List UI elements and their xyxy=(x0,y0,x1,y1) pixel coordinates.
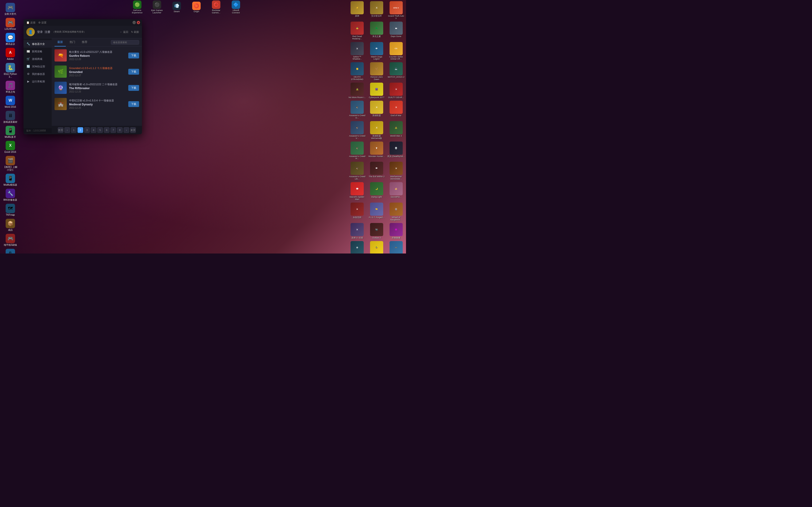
sidebar-item-all-trainers[interactable]: 🔧 修改器大全 xyxy=(23,40,52,48)
right-icon-gta[interactable]: GTA V Grand Theft Auto V xyxy=(387,0,406,20)
gunfire-download-btn[interactable]: 下载 xyxy=(128,53,139,58)
right-icon-wwz[interactable]: 🧟 World War Z xyxy=(387,120,406,140)
desktop-icon-recorder[interactable]: 🎙 金舟电脑录音软件 xyxy=(1,248,20,253)
right-icon-godofwar[interactable]: ⚔ God of War xyxy=(387,100,406,120)
minimize-button[interactable]: — xyxy=(133,21,136,24)
desktop-icon-mumu[interactable]: 📱 MuMu多开 xyxy=(1,125,20,139)
right-icon-evilwithin2[interactable]: 👁 The Evil Within 2 xyxy=(367,161,386,181)
right-icon-yaomei[interactable]: 😈 邪魅魅魔 xyxy=(387,222,406,240)
desktop-icon-mumu2[interactable]: 📱 MuMu模拟器 xyxy=(1,173,20,187)
desktop-icon-recommend[interactable]: 🎬 【推荐】上帧 小宝仁 xyxy=(1,155,20,172)
right-icon-lol[interactable]: ⚔ 英雄联盟 xyxy=(367,100,386,120)
desktop-icon-trainer[interactable]: 🔧 8KK存修改器 xyxy=(1,188,20,202)
mod-item-medieval[interactable]: 🏰 中世纪王朝 v1.0-v1.5.0.4 十一项修改器 Medieval Dy… xyxy=(52,96,142,112)
right-icon-dongbei[interactable]: 🌲 东北之夏 xyxy=(367,21,386,41)
desktop-icon-idle[interactable]: 🐍 IDLE Python 3... xyxy=(1,62,20,79)
taskbar-steam[interactable]: 💨 Steam xyxy=(169,2,184,13)
right-icon-csgo[interactable]: CS Counter-Strike Global Off... xyxy=(387,41,406,61)
page-4-btn[interactable]: 4 xyxy=(91,127,96,133)
page-2-btn[interactable]: 2 xyxy=(78,127,83,133)
login-link[interactable]: 登录 xyxy=(37,30,43,34)
grounded-download-btn[interactable]: 下载 xyxy=(128,69,139,75)
right-icon-yuanshen[interactable]: ⚡ 原神 xyxy=(348,0,367,20)
feedback-button[interactable]: 📋 反馈 xyxy=(26,21,36,24)
taskbar-epicgames[interactable]: ⚫ Epic Games Launcher xyxy=(149,0,164,14)
desktop-icon-desktop-material[interactable]: 🖥 游戏桌面素材 xyxy=(1,110,20,124)
right-icon-watchdogs-legion[interactable]: 👁 Watch Dogs Legion xyxy=(367,41,386,61)
page-3-btn[interactable]: 3 xyxy=(84,127,90,133)
tab-hot[interactable]: 热门 xyxy=(67,38,78,47)
desktop-icon-qinz[interactable]: 🎵 琴羌之纯 xyxy=(1,80,20,94)
right-icon-eldenring[interactable]: ⚔ 艾尔登法环 xyxy=(367,0,386,20)
right-icon-sekiro[interactable]: ⚔ Sekiro™ Shadow... xyxy=(348,41,367,61)
settings-button[interactable]: ⚙ 设置 xyxy=(38,21,47,24)
sidebar-item-store[interactable]: 🛒 游戏商城 xyxy=(23,55,52,63)
right-icon-secretpie[interactable]: 🥧 SecretPie... xyxy=(387,181,406,202)
search-input[interactable] xyxy=(111,40,139,45)
tab-recommended[interactable]: 推荐 xyxy=(79,38,90,47)
page-next-btn[interactable]: › xyxy=(123,127,129,133)
right-icon-warhammer[interactable]: ⚔ Warhammer Vermintide... xyxy=(387,161,406,181)
right-icon-dyinglight[interactable]: 🌙 Dying Light xyxy=(367,181,386,202)
sidebar-item-news[interactable]: 📰 新闻攻略 xyxy=(23,48,52,55)
right-icon-warframe[interactable]: ⚙ Warframe xyxy=(348,240,367,253)
right-icon-fist[interactable]: 🤜 F.I.S.T. Forged... xyxy=(367,202,386,222)
page-6-btn[interactable]: 6 xyxy=(104,127,109,133)
right-icon-guiltygear[interactable]: ⚔ GUILTY GEAR... xyxy=(387,82,406,100)
right-icon-deathstranding[interactable]: 👶 DEATH STRANDING xyxy=(348,61,367,81)
right-icon-daysgone[interactable]: 🏍 Days Gone xyxy=(387,21,406,41)
right-icon-deathly[interactable]: 💀 死光 (DeathlyStil... xyxy=(387,141,406,161)
taskbar-ubisoft[interactable]: 🔷 Ubisoft Connect xyxy=(229,0,243,14)
desktop-icon-tencent[interactable]: 💬 腾讯会议 xyxy=(1,32,20,47)
desktop-icon-chengpin[interactable]: 📦 成品 xyxy=(1,218,20,232)
right-icon-lol-wegame[interactable]: ⚔ 英雄联盟 WeGame版 xyxy=(367,120,386,140)
sidebar-item-my-trainers[interactable]: ⚙ 我的修改器 xyxy=(23,70,52,78)
page-8-btn[interactable]: 8 xyxy=(117,127,123,133)
riftbreaker-download-btn[interactable]: 下载 xyxy=(128,85,139,91)
right-icon-goose[interactable]: 🦆 Goose Goose Duck xyxy=(367,240,386,253)
desktop-icon-lolh[interactable]: 🎮 LOLHFexe xyxy=(1,17,20,32)
right-icon-cyberpunk[interactable]: 🌆 Cyberpunk 2077 xyxy=(367,82,386,100)
taskbar-geforcexp[interactable]: 🟢 GeForce Experience xyxy=(130,0,145,14)
sidebar-item-3dm[interactable]: 🔄 3DM自运营 xyxy=(23,63,52,70)
taskbar-origin[interactable]: ⭕ Origin xyxy=(189,2,204,13)
right-icon-acod[interactable]: 🦅 Assassin's Creed O... xyxy=(348,100,367,120)
right-icon-aclib[interactable]: 🦅 Assassin's Creed Lib... xyxy=(348,161,367,181)
desktop-icon-tkfmap[interactable]: 🗺 TKFmap xyxy=(1,203,20,217)
register-link[interactable]: 注册 xyxy=(45,30,50,34)
page-5-btn[interactable]: 5 xyxy=(97,127,103,133)
desktop-icon-yw[interactable]: 🎮 业务大世代 xyxy=(1,2,20,16)
right-icon-outlast2[interactable]: 📷 Outlast 2 xyxy=(367,222,386,240)
page-prev-btn[interactable]: ‹ xyxy=(64,127,70,133)
right-icon-nomoreroom[interactable]: 🧟 No More Room i... xyxy=(348,82,367,100)
right-icon-acv[interactable]: 🦅 Assassin's Creed V... xyxy=(348,120,367,140)
page-7-btn[interactable]: 7 xyxy=(110,127,116,133)
desktop-icon-word[interactable]: W Word 2016 xyxy=(1,95,20,109)
mod-item-gunfire[interactable]: 🔫 枪火重生 v1.0-v20221227 八项修改器 Gunfire Rebo… xyxy=(52,47,142,64)
right-icon-ac3[interactable]: 🦅 Assassin's Creed III... xyxy=(348,141,367,161)
right-icon-mhw[interactable]: 🗡 Monster Hunter... xyxy=(367,141,386,161)
page-first-btn[interactable]: 首页 xyxy=(58,127,63,133)
right-icon-tarkov[interactable]: 🎮 泡夫克拉行动 xyxy=(387,240,406,253)
page-last-btn[interactable]: 末页 xyxy=(130,127,136,133)
desktop-icon-adobe[interactable]: A Adobe xyxy=(1,47,20,61)
right-icon-rdr[interactable]: 🤠 Red Dead Redemp... xyxy=(348,21,367,41)
right-icon-wd2[interactable]: 💻 WATCH_DOGS 2 xyxy=(387,61,406,81)
right-icon-spiderman[interactable]: 🕷 Marvel's Spider-Man xyxy=(348,181,367,202)
desktop-icon-excel[interactable]: X Excel 2016 xyxy=(1,140,20,155)
mod-item-grounded[interactable]: 🌿 Grounded v1.0.5-v1.1.2 十八项修改器 Grounded… xyxy=(52,64,142,80)
right-icon-witcher3[interactable]: ⚔ 巫师 3: 狂猎 xyxy=(348,222,367,240)
tab-latest[interactable]: 最新 xyxy=(54,38,66,47)
right-icon-horizon[interactable]: 🏹 Horizon Zero Dawn xyxy=(367,61,386,81)
refresh-button[interactable]: ↻ 刷新 xyxy=(131,30,139,34)
right-icon-wheel[interactable]: 🎡 Wheel of Naughtine... xyxy=(387,202,406,222)
desktop-icon-h5money[interactable]: 🎮 地平线5刷钱 xyxy=(1,233,20,247)
back-button[interactable]: ← 返回 xyxy=(120,30,128,34)
medieval-download-btn[interactable]: 下载 xyxy=(128,101,139,107)
close-button[interactable]: ✕ xyxy=(137,21,140,24)
page-1-btn[interactable]: 1 xyxy=(71,127,77,133)
right-icon-yongjie[interactable]: ⚔ 永劫无间 xyxy=(348,202,367,222)
mod-item-riftbreaker[interactable]: 🔮 银河破裂者 v1.0-v20221222 二十项修改器 The Riftbr… xyxy=(52,80,142,96)
taskbar-rockstar[interactable]: ⭕ Rockstar Games... xyxy=(209,0,224,14)
sidebar-item-runtime[interactable]: ▶ 运行库检测 xyxy=(23,78,52,85)
